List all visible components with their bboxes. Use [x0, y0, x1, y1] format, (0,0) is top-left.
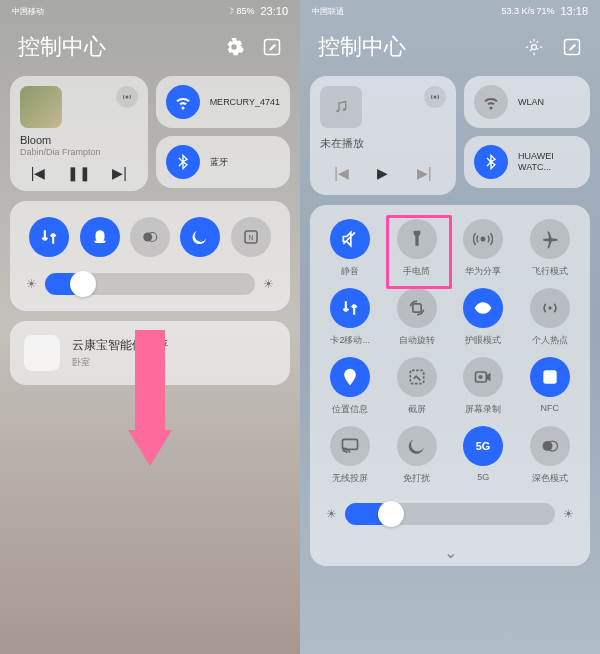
- battery-percent: 71%: [536, 6, 554, 16]
- toggle-share[interactable]: 华为分享: [453, 219, 514, 278]
- bluetooth-icon: [474, 145, 508, 179]
- svg-text:5G: 5G: [476, 440, 490, 452]
- toggle-airplane[interactable]: 飞行模式: [520, 219, 581, 278]
- 5g-icon: 5G: [463, 426, 503, 466]
- toggle-flashlight[interactable]: 手电筒: [387, 219, 448, 278]
- time: 13:18: [560, 5, 588, 17]
- toggle-label: NFC: [541, 403, 560, 413]
- page-title: 控制中心: [318, 32, 406, 62]
- music-card[interactable]: 未在播放 |◀ ▶ ▶|: [310, 76, 456, 195]
- cast-icon: [330, 426, 370, 466]
- toggle-label: 深色模式: [532, 472, 568, 485]
- toggle-5g[interactable]: 5G5G: [453, 426, 514, 485]
- toggle-label: 静音: [341, 265, 359, 278]
- toggle-hotspot[interactable]: 个人热点: [520, 288, 581, 347]
- sound-toggle[interactable]: [80, 217, 120, 257]
- dark-icon: [530, 426, 570, 466]
- svg-text:N: N: [547, 372, 553, 382]
- play-button[interactable]: ▶: [377, 165, 388, 181]
- edit-icon[interactable]: [562, 37, 582, 57]
- toggle-label: 手电筒: [403, 265, 430, 278]
- toggle-record[interactable]: 屏幕录制: [453, 357, 514, 416]
- wifi-label: WLAN: [518, 97, 544, 108]
- brightness-slider[interactable]: ☀ ☀: [310, 499, 590, 539]
- settings-icon[interactable]: [224, 37, 244, 57]
- svg-point-18: [479, 375, 483, 379]
- battery-percent: 85%: [236, 6, 254, 16]
- toggle-dark[interactable]: 深色模式: [520, 426, 581, 485]
- dnd-icon: [397, 426, 437, 466]
- toggle-label: 个人热点: [532, 334, 568, 347]
- rotate-icon: [397, 288, 437, 328]
- svg-point-6: [532, 45, 537, 50]
- toggle-data-swap[interactable]: 卡2移动...: [320, 288, 381, 347]
- prev-button[interactable]: |◀: [334, 165, 349, 181]
- page-title: 控制中心: [18, 32, 106, 62]
- album-art-empty: [320, 86, 362, 128]
- svg-point-13: [481, 306, 486, 311]
- bluetooth-label: HUAWEI WATC...: [518, 151, 580, 173]
- svg-point-10: [343, 108, 346, 111]
- net-speed: 53.3 K/s: [501, 6, 534, 16]
- screenshot-icon: [397, 357, 437, 397]
- toggle-rotate[interactable]: 自动旋转: [387, 288, 448, 347]
- bluetooth-card[interactable]: HUAWEI WATC...: [464, 136, 590, 188]
- toggle-dnd[interactable]: 免打扰: [387, 426, 448, 485]
- brightness-slider[interactable]: ☀ ☀: [24, 273, 276, 295]
- edit-icon[interactable]: [262, 37, 282, 57]
- toggle-location[interactable]: 位置信息: [320, 357, 381, 416]
- record-icon: [463, 357, 503, 397]
- svg-point-11: [481, 237, 486, 242]
- data-swap-toggle[interactable]: [29, 217, 69, 257]
- nfc-toggle[interactable]: N: [231, 217, 271, 257]
- status-bar: 中国联通 53.3 K/s 71% 13:18: [300, 0, 600, 22]
- next-button[interactable]: ▶|: [112, 165, 127, 181]
- toggle-label: 卡2移动...: [330, 334, 370, 347]
- audio-output-icon[interactable]: [116, 86, 138, 108]
- carrier-1: 中国联通: [312, 6, 344, 17]
- toggle-cast[interactable]: 无线投屏: [320, 426, 381, 485]
- toggle-screenshot[interactable]: 截屏: [387, 357, 448, 416]
- dark-mode-toggle[interactable]: [130, 217, 170, 257]
- bluetooth-label: 蓝牙: [210, 157, 228, 168]
- phone-left: 中国移动 ☽ 85% 23:10 控制中心 Bloom Dabin/Dia Fr…: [0, 0, 300, 654]
- brightness-low-icon: ☀: [26, 277, 37, 291]
- toggles-card: N ☀ ☀: [10, 201, 290, 311]
- music-title: 未在播放: [320, 136, 446, 151]
- phone-right: 中国联通 53.3 K/s 71% 13:18 控制中心 未在播放 |◀ ▶ ▶…: [300, 0, 600, 654]
- carrier-1: 中国移动: [12, 6, 44, 17]
- smart-device-card[interactable]: 云康宝智能体脂秤 卧室: [10, 321, 290, 385]
- wifi-icon: [166, 85, 200, 119]
- flashlight-icon: [397, 219, 437, 259]
- toggle-nfc[interactable]: NNFC: [520, 357, 581, 416]
- music-artist: Dabin/Dia Frampton: [20, 147, 138, 157]
- music-card[interactable]: Bloom Dabin/Dia Frampton |◀ ❚❚ ▶|: [10, 76, 148, 191]
- airplane-icon: [530, 219, 570, 259]
- toggle-label: 飞行模式: [532, 265, 568, 278]
- toggle-label: 护眼模式: [465, 334, 501, 347]
- data-swap-icon: [330, 288, 370, 328]
- toggle-mute[interactable]: 静音: [320, 219, 381, 278]
- wifi-icon: [474, 85, 508, 119]
- wifi-card[interactable]: WLAN: [464, 76, 590, 128]
- svg-point-9: [336, 110, 339, 113]
- wifi-card[interactable]: MERCURY_4741: [156, 76, 290, 128]
- dnd-toggle[interactable]: [180, 217, 220, 257]
- bluetooth-card[interactable]: 蓝牙: [156, 136, 290, 188]
- moon-icon: ☽: [226, 6, 234, 16]
- mute-icon: [330, 219, 370, 259]
- settings-icon[interactable]: [524, 37, 544, 57]
- audio-output-icon[interactable]: [424, 86, 446, 108]
- toggles-card: 静音手电筒华为分享飞行模式卡2移动...自动旋转护眼模式个人热点位置信息截屏屏幕…: [310, 205, 590, 566]
- prev-button[interactable]: |◀: [31, 165, 46, 181]
- location-icon: [330, 357, 370, 397]
- toggle-label: 免打扰: [403, 472, 430, 485]
- next-button[interactable]: ▶|: [417, 165, 432, 181]
- svg-rect-12: [413, 304, 421, 312]
- toggle-label: 自动旋转: [399, 334, 435, 347]
- status-bar: 中国移动 ☽ 85% 23:10: [0, 0, 300, 22]
- pause-button[interactable]: ❚❚: [67, 165, 91, 181]
- toggle-label: 位置信息: [332, 403, 368, 416]
- expand-chevron-icon[interactable]: ⌄: [310, 539, 590, 566]
- toggle-eye[interactable]: 护眼模式: [453, 288, 514, 347]
